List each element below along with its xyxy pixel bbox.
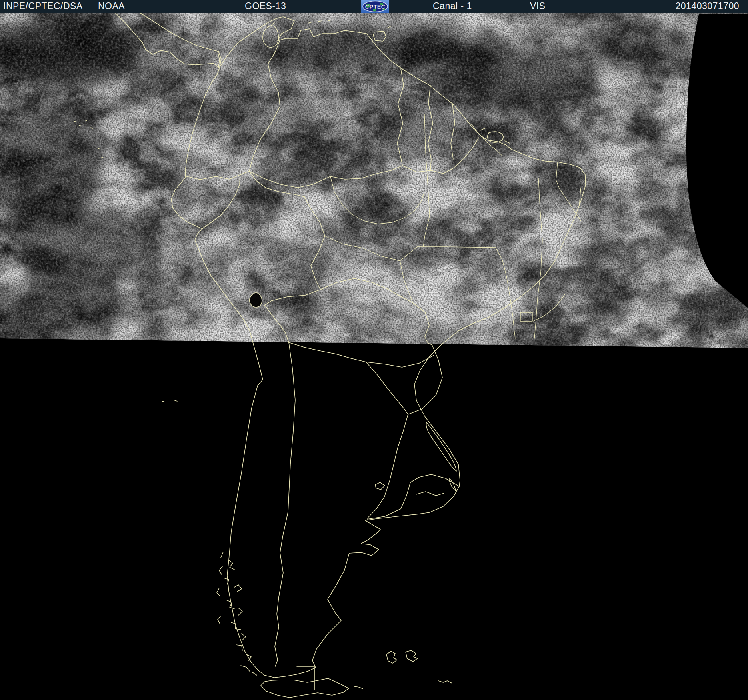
logo-text: CPTEC bbox=[365, 3, 386, 10]
cptec-logo: CPTEC bbox=[361, 0, 389, 13]
timestamp-label: 201403071700 bbox=[676, 0, 740, 13]
agency-label: INPE/CPTEC/DSA bbox=[3, 0, 83, 13]
title-bar: INPE/CPTEC/DSA NOAA GOES-13 CPTEC Canal … bbox=[0, 0, 748, 13]
satellite-label: GOES-13 bbox=[245, 0, 286, 13]
channel-label: Canal - 1 bbox=[433, 0, 472, 13]
noaa-label: NOAA bbox=[98, 0, 125, 13]
satellite-map bbox=[0, 0, 748, 700]
cloud-field bbox=[0, 13, 748, 349]
screenshot-root: INPE/CPTEC/DSA NOAA GOES-13 CPTEC Canal … bbox=[0, 0, 748, 700]
band-label: VIS bbox=[530, 0, 546, 13]
